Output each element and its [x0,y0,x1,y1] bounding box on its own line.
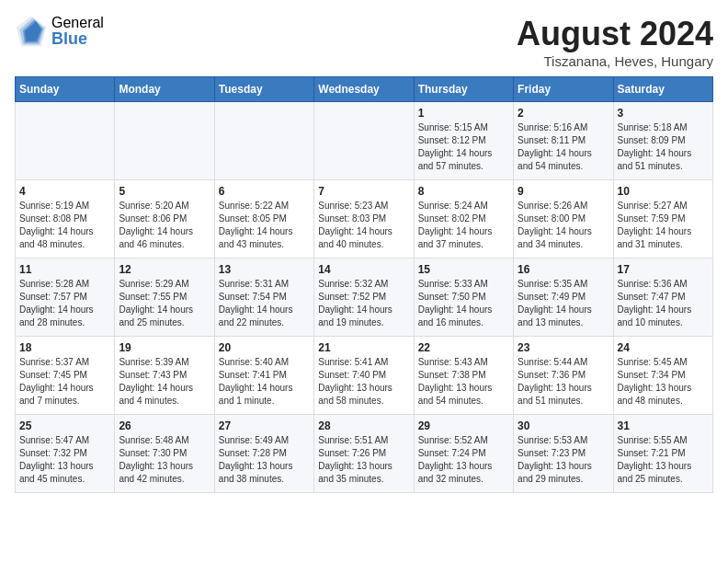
location: Tiszanana, Heves, Hungary [517,53,713,69]
day-number: 26 [119,419,210,432]
logo-general: General [51,16,104,30]
day-number: 21 [318,341,409,354]
table-row [16,102,115,180]
day-number: 31 [618,419,709,432]
day-info: Sunrise: 5:37 AMSunset: 7:45 PMDaylight:… [19,356,110,408]
table-row: 8 Sunrise: 5:24 AMSunset: 8:02 PMDayligh… [414,180,513,259]
day-info: Sunrise: 5:49 AMSunset: 7:28 PMDaylight:… [219,434,310,486]
table-row: 26 Sunrise: 5:48 AMSunset: 7:30 PMDaylig… [115,415,214,493]
day-number: 14 [318,263,409,276]
header-monday: Monday [115,77,214,102]
header-sunday: Sunday [16,77,115,102]
day-info: Sunrise: 5:35 AMSunset: 7:49 PMDaylight:… [518,278,609,329]
table-row: 12 Sunrise: 5:29 AMSunset: 7:55 PMDaylig… [115,259,214,337]
table-row: 23 Sunrise: 5:44 AMSunset: 7:36 PMDaylig… [514,337,613,415]
day-info: Sunrise: 5:26 AMSunset: 8:00 PMDaylight:… [518,200,609,251]
day-number: 10 [618,185,709,198]
table-row: 30 Sunrise: 5:53 AMSunset: 7:23 PMDaylig… [514,415,613,493]
day-number: 27 [219,419,310,432]
table-row: 27 Sunrise: 5:49 AMSunset: 7:28 PMDaylig… [214,415,313,493]
table-row: 17 Sunrise: 5:36 AMSunset: 7:47 PMDaylig… [613,259,712,337]
logo: General Blue [15,15,104,48]
day-info: Sunrise: 5:36 AMSunset: 7:47 PMDaylight:… [618,278,709,329]
day-info: Sunrise: 5:16 AMSunset: 8:11 PMDaylight:… [518,121,609,173]
header-friday: Friday [514,77,613,102]
table-row: 9 Sunrise: 5:26 AMSunset: 8:00 PMDayligh… [514,180,613,259]
day-info: Sunrise: 5:24 AMSunset: 8:02 PMDaylight:… [418,200,509,251]
day-info: Sunrise: 5:39 AMSunset: 7:43 PMDaylight:… [119,356,210,408]
day-number: 13 [219,263,310,276]
table-row: 25 Sunrise: 5:47 AMSunset: 7:32 PMDaylig… [16,415,115,493]
header-wednesday: Wednesday [314,77,414,102]
day-number: 11 [19,263,110,276]
day-info: Sunrise: 5:48 AMSunset: 7:30 PMDaylight:… [119,434,210,486]
table-row [214,102,313,180]
day-info: Sunrise: 5:52 AMSunset: 7:24 PMDaylight:… [418,434,509,486]
day-info: Sunrise: 5:45 AMSunset: 7:34 PMDaylight:… [618,356,709,408]
table-row: 18 Sunrise: 5:37 AMSunset: 7:45 PMDaylig… [16,337,115,415]
table-row: 13 Sunrise: 5:31 AMSunset: 7:54 PMDaylig… [214,259,313,337]
table-row: 11 Sunrise: 5:28 AMSunset: 7:57 PMDaylig… [16,259,115,337]
table-row: 20 Sunrise: 5:40 AMSunset: 7:41 PMDaylig… [214,337,313,415]
day-number: 17 [618,263,709,276]
day-info: Sunrise: 5:43 AMSunset: 7:38 PMDaylight:… [418,356,509,408]
day-number: 15 [418,263,509,276]
table-row: 2 Sunrise: 5:16 AMSunset: 8:11 PMDayligh… [514,102,613,180]
calendar-week-row: 1 Sunrise: 5:15 AMSunset: 8:12 PMDayligh… [16,102,713,180]
table-row [115,102,214,180]
weekday-header-row: Sunday Monday Tuesday Wednesday Thursday… [16,77,713,102]
day-info: Sunrise: 5:47 AMSunset: 7:32 PMDaylight:… [19,434,110,486]
day-info: Sunrise: 5:31 AMSunset: 7:54 PMDaylight:… [219,278,310,329]
table-row: 29 Sunrise: 5:52 AMSunset: 7:24 PMDaylig… [414,415,513,493]
day-info: Sunrise: 5:29 AMSunset: 7:55 PMDaylight:… [119,278,210,329]
table-row: 5 Sunrise: 5:20 AMSunset: 8:06 PMDayligh… [115,180,214,259]
calendar-week-row: 25 Sunrise: 5:47 AMSunset: 7:32 PMDaylig… [16,415,713,493]
day-number: 8 [418,185,509,198]
day-number: 1 [418,107,509,120]
table-row: 28 Sunrise: 5:51 AMSunset: 7:26 PMDaylig… [314,415,414,493]
calendar-table: Sunday Monday Tuesday Wednesday Thursday… [15,76,713,493]
day-number: 16 [518,263,609,276]
table-row: 15 Sunrise: 5:33 AMSunset: 7:50 PMDaylig… [414,259,513,337]
day-info: Sunrise: 5:32 AMSunset: 7:52 PMDaylight:… [318,278,409,329]
table-row: 21 Sunrise: 5:41 AMSunset: 7:40 PMDaylig… [314,337,414,415]
day-number: 30 [518,419,609,432]
day-number: 24 [618,341,709,354]
calendar-week-row: 11 Sunrise: 5:28 AMSunset: 7:57 PMDaylig… [16,259,713,337]
day-info: Sunrise: 5:27 AMSunset: 7:59 PMDaylight:… [618,200,709,251]
table-row: 6 Sunrise: 5:22 AMSunset: 8:05 PMDayligh… [214,180,313,259]
day-info: Sunrise: 5:53 AMSunset: 7:23 PMDaylight:… [518,434,609,486]
day-number: 7 [318,185,409,198]
day-number: 5 [119,185,210,198]
table-row: 1 Sunrise: 5:15 AMSunset: 8:12 PMDayligh… [414,102,513,180]
header-tuesday: Tuesday [214,77,313,102]
header-thursday: Thursday [414,77,513,102]
day-number: 19 [119,341,210,354]
day-number: 23 [518,341,609,354]
day-info: Sunrise: 5:55 AMSunset: 7:21 PMDaylight:… [618,434,709,486]
day-info: Sunrise: 5:15 AMSunset: 8:12 PMDaylight:… [418,121,509,173]
day-number: 3 [618,107,709,120]
month-title: August 2024 [517,15,713,53]
day-info: Sunrise: 5:41 AMSunset: 7:40 PMDaylight:… [318,356,409,408]
table-row: 7 Sunrise: 5:23 AMSunset: 8:03 PMDayligh… [314,180,414,259]
header-saturday: Saturday [613,77,712,102]
table-row: 4 Sunrise: 5:19 AMSunset: 8:08 PMDayligh… [16,180,115,259]
day-number: 9 [518,185,609,198]
table-row: 10 Sunrise: 5:27 AMSunset: 7:59 PMDaylig… [613,180,712,259]
day-info: Sunrise: 5:33 AMSunset: 7:50 PMDaylight:… [418,278,509,329]
day-number: 18 [19,341,110,354]
day-number: 12 [119,263,210,276]
day-number: 25 [19,419,110,432]
day-info: Sunrise: 5:23 AMSunset: 8:03 PMDaylight:… [318,200,409,251]
calendar-week-row: 4 Sunrise: 5:19 AMSunset: 8:08 PMDayligh… [16,180,713,259]
day-info: Sunrise: 5:28 AMSunset: 7:57 PMDaylight:… [19,278,110,329]
day-number: 22 [418,341,509,354]
table-row: 14 Sunrise: 5:32 AMSunset: 7:52 PMDaylig… [314,259,414,337]
day-info: Sunrise: 5:20 AMSunset: 8:06 PMDaylight:… [119,200,210,251]
page-header: General Blue August 2024 Tiszanana, Heve… [15,15,713,69]
day-number: 4 [19,185,110,198]
day-info: Sunrise: 5:22 AMSunset: 8:05 PMDaylight:… [219,200,310,251]
table-row: 31 Sunrise: 5:55 AMSunset: 7:21 PMDaylig… [613,415,712,493]
day-info: Sunrise: 5:40 AMSunset: 7:41 PMDaylight:… [219,356,310,408]
